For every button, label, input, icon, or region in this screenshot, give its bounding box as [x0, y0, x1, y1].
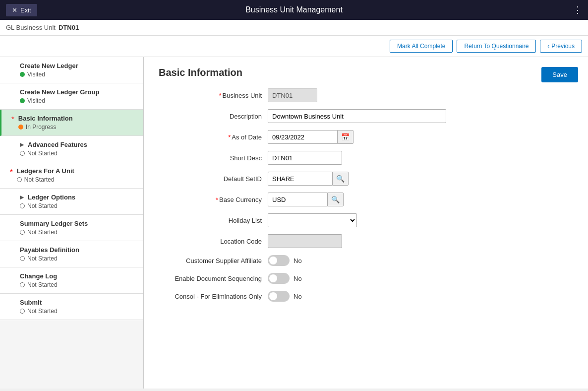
required-icon: *	[11, 115, 14, 123]
as-of-date-label: As of Date	[159, 133, 268, 141]
sidebar-item-header: Submit Not Started	[10, 299, 136, 315]
save-button[interactable]: Save	[541, 67, 578, 82]
sidebar-item-name: Ledgers For A Unit	[17, 167, 74, 175]
status-dot-in-progress	[18, 125, 23, 130]
base-currency-input[interactable]	[268, 193, 327, 206]
sidebar-item-status: Visited	[20, 97, 136, 104]
sidebar-item-header: Change Log Not Started	[10, 272, 136, 288]
mark-all-complete-button[interactable]: Mark All Complete	[390, 40, 453, 53]
more-options-icon[interactable]: ⋮	[573, 4, 582, 15]
enable-doc-sequencing-toggle[interactable]	[268, 273, 290, 284]
description-input[interactable]	[268, 109, 446, 123]
location-code-input	[268, 234, 342, 248]
sidebar-item-basic-information[interactable]: * Basic Information In Progress	[0, 110, 143, 136]
sidebar-item-content: Create New Ledger Group Visited	[20, 88, 136, 104]
sidebar-item-status: Not Started	[20, 150, 136, 157]
sidebar-item-create-new-ledger[interactable]: Create New Ledger Visited	[0, 57, 143, 83]
basic-information-form: Business Unit Description As of Date 📅 S…	[159, 88, 573, 302]
sidebar-item-status: Visited	[20, 71, 136, 78]
action-bar: Mark All Complete Return To Questionnair…	[0, 36, 588, 57]
sidebar-item-summary-ledger-sets[interactable]: Summary Ledger Sets Not Started	[0, 215, 143, 241]
sidebar: Create New Ledger Visited Create New Led…	[0, 57, 144, 389]
status-dot-not-started	[20, 282, 25, 287]
base-currency-search-icon-button[interactable]: 🔍	[327, 193, 344, 206]
sidebar-item-status: Not Started	[20, 202, 136, 209]
sidebar-item-content: Summary Ledger Sets Not Started	[20, 220, 136, 236]
consol-eliminations-label: Consol - For Eliminations Only	[159, 293, 268, 300]
sidebar-item-payables-definition[interactable]: Payables Definition Not Started	[0, 241, 143, 267]
main-layout: Create New Ledger Visited Create New Led…	[0, 57, 588, 389]
default-setid-row: Default SetID 🔍	[159, 172, 573, 186]
base-currency-label: Base Currency	[159, 196, 268, 203]
base-currency-row: Base Currency 🔍	[159, 193, 573, 206]
business-unit-input	[268, 88, 317, 102]
sidebar-item-content: ▶ Ledger Options Not Started	[20, 194, 136, 209]
holiday-list-row: Holiday List	[159, 213, 573, 227]
status-dot-not-started	[20, 203, 25, 208]
as-of-date-input[interactable]	[268, 130, 337, 144]
exit-button[interactable]: ✕ Exit	[6, 4, 37, 16]
breadcrumb-value: DTN01	[59, 24, 79, 31]
top-bar: ✕ Exit Business Unit Management ⋮	[0, 0, 588, 20]
sidebar-item-name: Create New Ledger	[20, 62, 78, 69]
customer-supplier-toggle-wrapper: No	[268, 255, 302, 266]
sidebar-item-status-label: Not Started	[27, 150, 58, 157]
sidebar-item-content: Payables Definition Not Started	[20, 246, 136, 262]
sidebar-item-name: Summary Ledger Sets	[20, 220, 88, 227]
sidebar-item-name: Change Log	[20, 272, 57, 280]
sidebar-item-header: Payables Definition Not Started	[10, 246, 136, 262]
default-setid-input[interactable]	[268, 172, 332, 186]
breadcrumb: GL Business Unit DTN01	[0, 20, 588, 36]
business-unit-label: Business Unit	[159, 92, 268, 99]
sidebar-item-header: Summary Ledger Sets Not Started	[10, 220, 136, 236]
return-to-questionnaire-button[interactable]: Return To Questionnaire	[457, 40, 536, 53]
holiday-list-select[interactable]	[268, 213, 357, 227]
sidebar-item-change-log[interactable]: Change Log Not Started	[0, 267, 143, 294]
default-setid-label: Default SetID	[159, 175, 268, 183]
sidebar-item-content: ▶ Advanced Features Not Started	[20, 141, 136, 157]
sidebar-item-status-label: Not Started	[27, 308, 58, 315]
consol-eliminations-toggle-wrapper: No	[268, 291, 302, 302]
description-row: Description	[159, 109, 573, 123]
sidebar-item-status-label: Not Started	[27, 229, 58, 236]
sidebar-item-name: Submit	[20, 299, 42, 306]
sidebar-item-ledger-options[interactable]: ▶ Ledger Options Not Started	[0, 189, 143, 215]
sidebar-item-status: Not Started	[20, 229, 136, 236]
sidebar-item-status-label: Visited	[27, 71, 45, 78]
sidebar-item-header: Create New Ledger Group Visited	[10, 88, 136, 104]
expand-arrow-icon: ▶	[20, 194, 24, 200]
sidebar-item-status-label: Not Started	[27, 281, 58, 288]
location-code-row: Location Code	[159, 234, 573, 248]
sidebar-item-submit[interactable]: Submit Not Started	[0, 294, 143, 320]
sidebar-item-status-label: In Progress	[26, 124, 56, 130]
sidebar-item-create-new-ledger-group[interactable]: Create New Ledger Group Visited	[0, 83, 143, 110]
sidebar-item-ledgers-for-a-unit[interactable]: * Ledgers For A Unit Not Started	[0, 162, 143, 189]
sidebar-item-status: Not Started	[17, 176, 136, 183]
business-unit-row: Business Unit	[159, 88, 573, 102]
status-dot-not-started	[20, 151, 25, 156]
consol-eliminations-row: Consol - For Eliminations Only No	[159, 291, 573, 302]
customer-supplier-toggle[interactable]	[268, 255, 290, 266]
enable-doc-sequencing-value: No	[294, 275, 302, 282]
status-dot-visited	[20, 72, 25, 77]
sidebar-item-status-label: Not Started	[27, 202, 58, 209]
enable-doc-sequencing-toggle-wrapper: No	[268, 273, 302, 284]
sidebar-item-header: ▶ Advanced Features Not Started	[10, 141, 136, 157]
sidebar-item-advanced-features[interactable]: ▶ Advanced Features Not Started	[0, 136, 143, 162]
sidebar-item-status: In Progress	[18, 124, 136, 130]
breadcrumb-label: GL Business Unit	[6, 24, 56, 31]
required-icon: *	[10, 167, 13, 176]
status-dot-not-started	[20, 309, 25, 314]
previous-button[interactable]: ‹ Previous	[540, 40, 582, 53]
sidebar-item-status: Not Started	[20, 281, 136, 288]
consol-eliminations-toggle[interactable]	[268, 291, 290, 302]
customer-supplier-row: Customer Supplier Affiliate No	[159, 255, 573, 266]
status-dot-not-started	[20, 230, 25, 235]
location-code-label: Location Code	[159, 238, 268, 245]
content-area: Basic Information Save Business Unit Des…	[144, 57, 588, 389]
calendar-icon-button[interactable]: 📅	[337, 130, 353, 144]
enable-doc-sequencing-row: Enable Document Sequencing No	[159, 273, 573, 284]
default-setid-search-icon-button[interactable]: 🔍	[332, 172, 349, 186]
short-desc-input[interactable]	[268, 151, 342, 165]
as-of-date-row: As of Date 📅	[159, 130, 573, 144]
